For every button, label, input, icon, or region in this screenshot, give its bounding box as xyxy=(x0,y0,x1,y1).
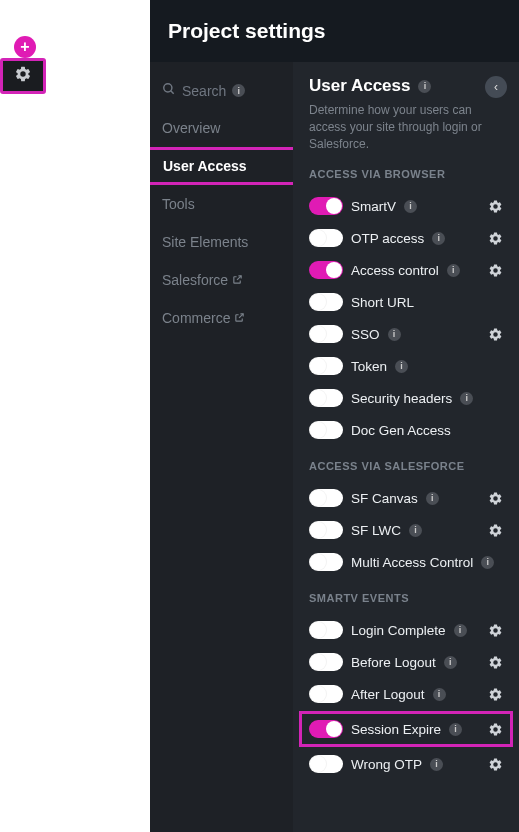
gear-icon[interactable] xyxy=(488,199,503,214)
info-icon[interactable]: i xyxy=(395,360,408,373)
sidebar-item-salesforce[interactable]: Salesforce xyxy=(150,261,293,299)
search-input[interactable]: Search i xyxy=(150,72,293,109)
toggle-knob xyxy=(310,654,326,670)
info-icon[interactable]: i xyxy=(444,656,457,669)
info-icon[interactable]: i xyxy=(426,492,439,505)
toggle-row-access-control: Access controli xyxy=(309,254,503,286)
toggle-knob xyxy=(326,262,342,278)
toggle-switch[interactable] xyxy=(309,389,343,407)
toggle-switch[interactable] xyxy=(309,521,343,539)
sidebar-item-site-elements[interactable]: Site Elements xyxy=(150,223,293,261)
gear-icon[interactable] xyxy=(488,523,503,538)
toggle-knob xyxy=(310,358,326,374)
toggle-row-otp-access: OTP accessi xyxy=(309,222,503,254)
toggle-row-after-logout: After Logouti xyxy=(309,678,503,710)
gear-icon[interactable] xyxy=(488,623,503,638)
toggle-knob xyxy=(310,326,326,342)
toggle-knob xyxy=(310,622,326,638)
group-label: SMARTV EVENTS xyxy=(309,592,503,604)
info-icon[interactable]: i xyxy=(432,232,445,245)
gear-icon[interactable] xyxy=(488,327,503,342)
toggle-knob xyxy=(310,390,326,406)
toggle-label: Session Expire xyxy=(351,722,441,737)
toggle-switch[interactable] xyxy=(309,229,343,247)
toggle-label: Multi Access Control xyxy=(351,555,473,570)
gear-icon[interactable] xyxy=(488,722,503,737)
content-description: Determine how your users can access your… xyxy=(309,102,489,152)
info-icon[interactable]: i xyxy=(418,80,431,93)
toggle-row-token: Tokeni xyxy=(309,350,503,382)
toggle-label: Login Complete xyxy=(351,623,446,638)
toggle-switch[interactable] xyxy=(309,197,343,215)
gear-icon[interactable] xyxy=(488,687,503,702)
toggle-knob xyxy=(310,422,326,438)
toggle-switch[interactable] xyxy=(309,489,343,507)
sidebar-item-commerce[interactable]: Commerce xyxy=(150,299,293,337)
info-icon[interactable]: i xyxy=(447,264,460,277)
toggle-label: Access control xyxy=(351,263,439,278)
toggle-label: Before Logout xyxy=(351,655,436,670)
sidebar-item-user-access[interactable]: User Access xyxy=(150,147,298,185)
toggle-row-login-complete: Login Completei xyxy=(309,614,503,646)
toggle-row-session-expire: Session Expirei xyxy=(299,711,513,747)
gear-icon[interactable] xyxy=(488,491,503,506)
toggle-switch[interactable] xyxy=(309,653,343,671)
back-button[interactable]: ‹ xyxy=(485,76,507,98)
toggle-label: Security headers xyxy=(351,391,452,406)
sidebar-item-label: Tools xyxy=(162,196,195,212)
info-icon[interactable]: i xyxy=(481,556,494,569)
toggle-switch[interactable] xyxy=(309,553,343,571)
toggle-label: SmartV xyxy=(351,199,396,214)
toggle-switch[interactable] xyxy=(309,421,343,439)
toggle-row-before-logout: Before Logouti xyxy=(309,646,503,678)
info-icon[interactable]: i xyxy=(449,723,462,736)
info-icon[interactable]: i xyxy=(454,624,467,637)
toggle-row-wrong-otp: Wrong OTPi xyxy=(309,748,503,780)
info-icon[interactable]: i xyxy=(409,524,422,537)
toggle-label: After Logout xyxy=(351,687,425,702)
toggle-knob xyxy=(310,230,326,246)
toggle-label: Wrong OTP xyxy=(351,757,422,772)
toggle-switch[interactable] xyxy=(309,621,343,639)
gear-icon xyxy=(14,65,32,87)
toggle-row-smartv: SmartVi xyxy=(309,190,503,222)
toggle-row-short-url: Short URL xyxy=(309,286,503,318)
group-label: ACCESS VIA BROWSER xyxy=(309,168,503,180)
gear-icon[interactable] xyxy=(488,757,503,772)
toggle-switch[interactable] xyxy=(309,755,343,773)
info-icon[interactable]: i xyxy=(388,328,401,341)
info-icon[interactable]: i xyxy=(460,392,473,405)
gear-icon[interactable] xyxy=(488,655,503,670)
toggle-label: OTP access xyxy=(351,231,424,246)
toggle-label: SF Canvas xyxy=(351,491,418,506)
svg-line-1 xyxy=(171,91,174,94)
toggle-switch[interactable] xyxy=(309,685,343,703)
info-icon[interactable]: i xyxy=(430,758,443,771)
toggle-switch[interactable] xyxy=(309,293,343,311)
toggle-switch[interactable] xyxy=(309,357,343,375)
toggle-row-sf-lwc: SF LWCi xyxy=(309,514,503,546)
toggle-knob xyxy=(310,522,326,538)
sidebar-item-label: Overview xyxy=(162,120,220,136)
settings-sidebar: Search i OverviewUser AccessToolsSite El… xyxy=(150,62,293,832)
info-icon[interactable]: i xyxy=(433,688,446,701)
settings-rail-button[interactable] xyxy=(0,58,46,94)
toggle-label: Token xyxy=(351,359,387,374)
sidebar-item-label: User Access xyxy=(163,158,247,174)
sidebar-item-overview[interactable]: Overview xyxy=(150,109,293,147)
sidebar-item-tools[interactable]: Tools xyxy=(150,185,293,223)
toggle-switch[interactable] xyxy=(309,325,343,343)
toggle-knob xyxy=(326,721,342,737)
info-icon[interactable]: i xyxy=(404,200,417,213)
add-badge[interactable]: + xyxy=(14,36,36,58)
toggle-switch[interactable] xyxy=(309,261,343,279)
gear-icon[interactable] xyxy=(488,231,503,246)
search-placeholder: Search xyxy=(182,83,226,99)
toggle-knob xyxy=(310,490,326,506)
content-title: User Access xyxy=(309,76,410,96)
search-icon xyxy=(162,82,176,99)
toggle-knob xyxy=(310,756,326,772)
toggle-switch[interactable] xyxy=(309,720,343,738)
settings-content: ‹ User Access i Determine how your users… xyxy=(293,62,519,832)
gear-icon[interactable] xyxy=(488,263,503,278)
